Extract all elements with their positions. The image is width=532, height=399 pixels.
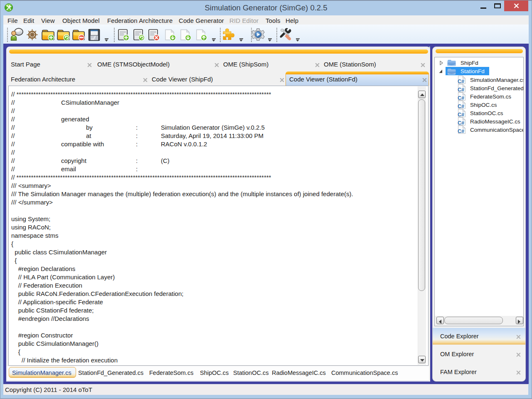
svg-text:C#: C# bbox=[458, 103, 464, 109]
svg-text:C#: C# bbox=[458, 128, 464, 134]
svg-text:C#: C# bbox=[458, 112, 464, 118]
svg-text:C#: C# bbox=[458, 79, 464, 84]
svg-text:C#: C# bbox=[458, 95, 464, 101]
svg-text:C#: C# bbox=[458, 87, 464, 93]
svg-text:C#: C# bbox=[458, 120, 464, 126]
